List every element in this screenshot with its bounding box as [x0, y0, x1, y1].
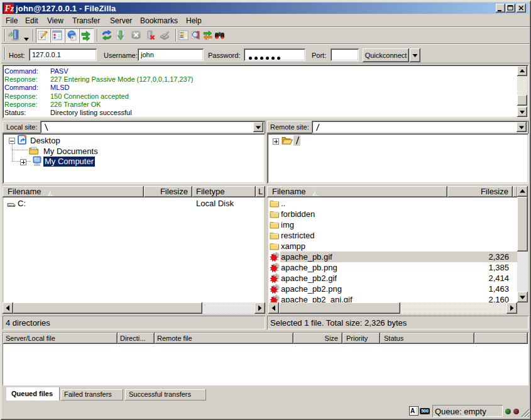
svg-text:A: A — [410, 407, 415, 414]
svg-text:Fz: Fz — [4, 4, 14, 13]
